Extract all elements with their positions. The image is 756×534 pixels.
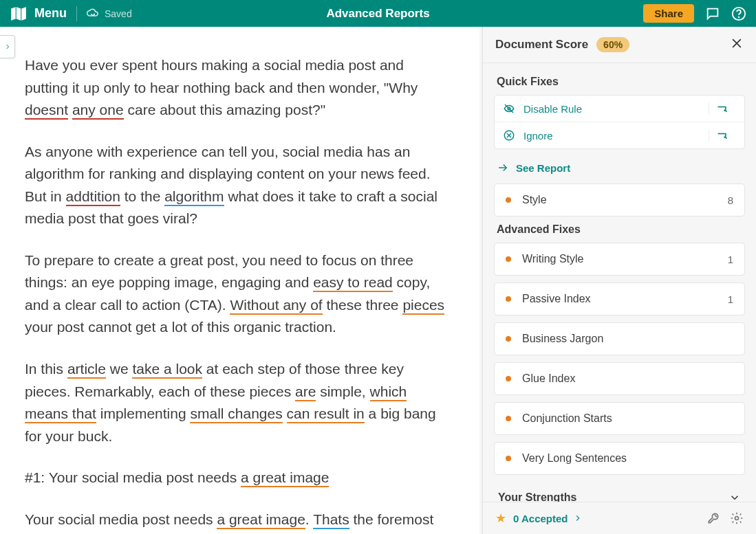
- see-report-label: See Report: [516, 162, 570, 174]
- panel-body[interactable]: Quick Fixes Disable Rule Ignore: [483, 63, 756, 502]
- divider-shadow: [478, 27, 482, 534]
- topbar-right: Share: [643, 4, 746, 23]
- menu-button[interactable]: Menu: [10, 5, 67, 23]
- status-dot-icon: [506, 296, 511, 302]
- style-take-a-look[interactable]: take a look: [132, 361, 202, 379]
- paragraph[interactable]: #1: Your social media post needs a great…: [25, 467, 451, 489]
- suggest-thats[interactable]: Thats: [313, 511, 349, 529]
- status-dot-icon: [506, 416, 511, 421]
- cancel-icon: [503, 129, 515, 142]
- disable-rule-apply[interactable]: [709, 102, 736, 115]
- error-anyone[interactable]: any one: [72, 102, 124, 120]
- fix-card[interactable]: Very Long Sentences: [494, 442, 745, 475]
- fix-label: Writing Style: [522, 253, 584, 265]
- strengths-label: Your Strengths: [498, 491, 576, 502]
- error-addtition[interactable]: addtition: [66, 188, 120, 206]
- chevron-right-icon: [3, 43, 12, 51]
- your-strengths-toggle[interactable]: Your Strengths: [494, 482, 745, 502]
- arrow-right-icon: [497, 162, 509, 174]
- topbar: Menu Saved Advanced Reports Share: [0, 0, 756, 27]
- error-doesnt[interactable]: doesnt: [25, 102, 68, 120]
- share-button[interactable]: Share: [643, 4, 694, 23]
- quick-fixes-label: Quick Fixes: [497, 76, 742, 88]
- style-are[interactable]: are: [295, 383, 316, 401]
- expand-left-panel-button[interactable]: [0, 35, 15, 58]
- see-report-link[interactable]: See Report: [494, 156, 745, 183]
- disable-rule-option[interactable]: Disable Rule: [495, 96, 744, 122]
- status-dot-icon: [506, 376, 511, 381]
- fix-label: Glue Index: [522, 372, 575, 385]
- status-dot-icon: [506, 197, 511, 203]
- accepted-link[interactable]: 0 Accepted: [513, 513, 583, 524]
- close-icon: [730, 36, 744, 50]
- style-article[interactable]: article: [67, 361, 106, 379]
- score-badge: 60%: [596, 37, 629, 52]
- fix-card[interactable]: Passive Index1: [494, 282, 745, 315]
- fix-card[interactable]: Conjunction Starts: [494, 402, 745, 435]
- fix-count: 1: [728, 293, 733, 305]
- eye-off-icon: [503, 102, 515, 115]
- chevron-right-icon: [573, 513, 583, 523]
- style-label: Style: [522, 194, 547, 206]
- paragraph[interactable]: In this article we take a look at each s…: [25, 358, 451, 447]
- fix-label: Passive Index: [522, 293, 591, 305]
- close-panel-button[interactable]: [730, 36, 744, 53]
- style-can-result-in[interactable]: can result in: [287, 405, 365, 423]
- help-button[interactable]: [731, 6, 746, 21]
- svg-point-1: [739, 16, 739, 17]
- style-a-great-image[interactable]: a great image: [241, 469, 329, 487]
- fix-card[interactable]: Glue Index: [494, 362, 745, 395]
- editor[interactable]: Have you ever spent hours making a socia…: [0, 27, 482, 534]
- gear-icon[interactable]: [730, 511, 744, 525]
- feedback-button[interactable]: [705, 6, 720, 21]
- panel-footer: ★ 0 Accepted: [483, 502, 756, 534]
- panel-header: Document Score 60%: [483, 27, 756, 63]
- style-without-any-of[interactable]: Without any of: [230, 297, 322, 315]
- arrow-return-icon: [716, 104, 730, 113]
- accepted-label: 0 Accepted: [513, 513, 568, 524]
- ignore-label: Ignore: [523, 130, 553, 142]
- help-icon: [731, 6, 746, 21]
- paragraph[interactable]: Your social media post needs a great ima…: [25, 509, 451, 534]
- divider: [76, 6, 77, 21]
- logo-icon: [10, 5, 28, 23]
- fix-count: 1: [728, 254, 733, 265]
- style-pieces[interactable]: pieces: [402, 297, 444, 315]
- style-count: 8: [728, 194, 733, 206]
- wrench-icon[interactable]: [706, 511, 720, 525]
- rule-options-card: Disable Rule Ignore: [494, 95, 745, 149]
- status-dot-icon: [506, 336, 511, 342]
- saved-label: Saved: [105, 8, 132, 19]
- menu-label: Menu: [34, 6, 67, 21]
- cloud-sync-icon: [87, 8, 99, 20]
- save-status[interactable]: Saved: [87, 8, 132, 20]
- style-fix-card[interactable]: Style 8: [494, 183, 745, 216]
- svg-point-4: [735, 517, 739, 520]
- ignore-option[interactable]: Ignore: [495, 122, 744, 148]
- chevron-down-icon: [728, 491, 741, 502]
- star-icon: ★: [495, 511, 506, 526]
- editor-content[interactable]: Have you ever spent hours making a socia…: [0, 27, 482, 534]
- chat-icon: [705, 6, 720, 21]
- fix-label: Business Jargon: [522, 333, 603, 345]
- panel-title: Document Score: [495, 38, 588, 52]
- paragraph[interactable]: As anyone with experience can tell you, …: [25, 141, 451, 230]
- advanced-fixes-label: Advanced Fixes: [497, 223, 742, 236]
- fix-card[interactable]: Writing Style1: [494, 243, 745, 276]
- suggest-algorithm[interactable]: algorithm: [164, 188, 224, 206]
- paragraph[interactable]: To prepare to create a great post, you n…: [25, 249, 451, 339]
- ignore-apply[interactable]: [709, 129, 736, 142]
- disable-rule-label: Disable Rule: [523, 103, 582, 115]
- style-a-great-image-2[interactable]: a great image: [217, 511, 305, 529]
- status-dot-icon: [506, 256, 511, 262]
- status-dot-icon: [506, 456, 511, 461]
- side-panel: Document Score 60% Quick Fixes Disable R…: [482, 27, 756, 534]
- main-area: Have you ever spent hours making a socia…: [0, 27, 756, 534]
- fix-label: Very Long Sentences: [522, 452, 627, 465]
- style-small-changes[interactable]: small changes: [190, 405, 282, 423]
- fix-label: Conjunction Starts: [522, 412, 612, 425]
- style-easy-to-read[interactable]: easy to read: [313, 274, 393, 292]
- fix-card[interactable]: Business Jargon: [494, 322, 745, 355]
- paragraph[interactable]: Have you ever spent hours making a socia…: [25, 54, 451, 122]
- arrow-return-icon: [716, 131, 730, 140]
